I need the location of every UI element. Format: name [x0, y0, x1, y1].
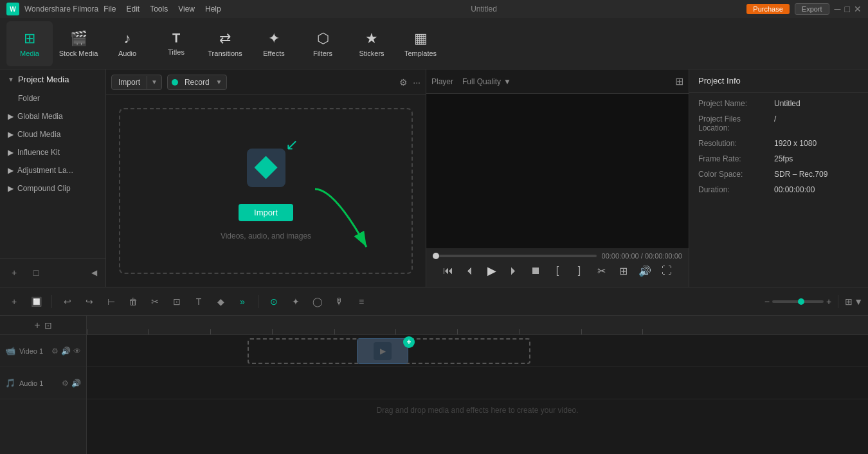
add-track-icon[interactable]: +	[34, 320, 40, 331]
audio-track-mute-icon[interactable]: 🔊	[71, 379, 81, 388]
video-track-settings-icon[interactable]: ⚙	[51, 347, 59, 356]
project-files-label: Project FilesLocation:	[698, 114, 769, 132]
sidebar-item-influence-kit[interactable]: ▶ Influence Kit	[0, 143, 105, 161]
tl-zoom-in-icon[interactable]: +	[826, 296, 831, 307]
menu-edit[interactable]: Edit	[127, 5, 140, 14]
record-dropdown-button[interactable]: ▼	[212, 76, 226, 88]
sidebar-item-cloud-media[interactable]: ▶ Cloud Media	[0, 125, 105, 143]
fit-button[interactable]: ⊡	[44, 320, 52, 331]
toolbar-media[interactable]: ⊞ Media	[6, 21, 53, 66]
timeline-track-labels: + ⊡ 📹 Video 1 ⚙ 🔊 👁 🎵 Audio 1 ⚙ 🔊	[0, 316, 87, 454]
toolbar-effects[interactable]: ✦ Effects	[251, 21, 297, 66]
cloud-media-label: Cloud Media	[17, 130, 60, 139]
import-main-button[interactable]: Import	[239, 204, 293, 221]
toolbar-transitions[interactable]: ⇄ Transitions	[202, 21, 248, 66]
sidebar-item-adjustment-layer[interactable]: ▶ Adjustment La...	[0, 161, 105, 179]
tl-zoom-out-icon[interactable]: −	[764, 296, 770, 307]
tl-crop-button[interactable]: ⊡	[168, 293, 186, 311]
tl-keyframe-button[interactable]: ◆	[212, 293, 230, 311]
delete-item-button[interactable]: □	[27, 264, 45, 282]
purchase-button[interactable]: Purchase	[746, 4, 789, 14]
import-drop-zone[interactable]: ↙ Import Videos, audio, and images	[119, 108, 413, 274]
player-mark-out-button[interactable]: ]	[571, 262, 588, 279]
player-stop-button[interactable]: ⏹	[527, 262, 544, 279]
minimize-button[interactable]: ─	[835, 4, 841, 14]
maximize-button[interactable]: □	[845, 4, 850, 14]
filters-label: Filters	[313, 50, 332, 57]
player-fullscreen-button[interactable]: ⛶	[658, 262, 675, 279]
toolbar-stock-media[interactable]: 🎬 Stock Media	[55, 21, 102, 66]
sidebar-item-folder[interactable]: Folder	[0, 89, 105, 107]
player-fullscreen-icon[interactable]: ⊞	[675, 75, 683, 87]
tl-magnet-button[interactable]: 🔲	[27, 293, 45, 311]
menu-tools[interactable]: Tools	[150, 5, 168, 14]
toolbar-filters[interactable]: ⬡ Filters	[300, 21, 346, 66]
sidebar-item-global-media[interactable]: ▶ Global Media	[0, 107, 105, 125]
tl-motion-button[interactable]: ✦	[287, 293, 305, 311]
video-track-lock-icon[interactable]: 👁	[73, 347, 81, 356]
clip-add-button[interactable]: +	[403, 336, 415, 348]
tl-more-tools-button[interactable]: »	[233, 293, 251, 311]
more-options-icon[interactable]: ···	[413, 77, 420, 87]
tl-ripple-button[interactable]: ⊙	[265, 293, 283, 311]
tl-delete-button[interactable]: 🗑	[124, 293, 142, 311]
filter-icon[interactable]: ⚙	[399, 77, 408, 87]
ruler-mark-9: 00:00:45:00	[642, 329, 643, 334]
toolbar-audio[interactable]: ♪ Audio	[104, 21, 150, 66]
player-voiceover-button[interactable]: ⊞	[615, 262, 631, 279]
media-toolbar-right: ⚙ ···	[399, 77, 420, 87]
tl-add-track-button[interactable]: +	[5, 293, 23, 311]
filmora-logo-inner	[255, 156, 278, 179]
close-button[interactable]: ✕	[854, 4, 862, 14]
sidebar-project-media[interactable]: ▼ Project Media	[0, 69, 105, 89]
audio-track-label: 🎵 Audio 1 ⚙ 🔊	[0, 367, 86, 399]
player-progress-slider[interactable]	[433, 255, 597, 257]
project-duration-label: Duration:	[698, 185, 769, 194]
tl-voice-button[interactable]: 🎙	[330, 293, 348, 311]
project-name-row: Project Name: Untitled	[698, 99, 859, 108]
import-button-group: Import ▼	[111, 75, 162, 90]
tl-cut-button[interactable]: ✂	[146, 293, 164, 311]
tl-layout-icon: ⊞	[845, 296, 853, 307]
player-quality-selector[interactable]: Full Quality ▼	[462, 77, 511, 86]
toolbar-titles[interactable]: T Titles	[153, 21, 199, 66]
audio-track-text: Audio 1	[19, 379, 43, 387]
import-button[interactable]: Import	[112, 75, 147, 89]
tl-text-button[interactable]: T	[190, 293, 208, 311]
player-clip-button[interactable]: ✂	[593, 262, 610, 279]
global-media-chevron: ▶	[8, 112, 14, 121]
tl-audio-track-button[interactable]: ≡	[352, 293, 370, 311]
timeline-clip[interactable]: ▶	[357, 338, 408, 364]
player-frame-back-button[interactable]: ⏴	[462, 262, 478, 279]
video-track-mute-icon[interactable]: 🔊	[61, 347, 71, 356]
menu-file[interactable]: File	[104, 5, 116, 14]
tl-undo-button[interactable]: ↩	[59, 293, 77, 311]
download-arrow-icon: ↙	[285, 136, 298, 154]
player-mark-in-button[interactable]: [	[549, 262, 566, 279]
player-frame-forward-button[interactable]: ⏵	[505, 262, 522, 279]
sidebar-item-compound-clip[interactable]: ▶ Compound Clip	[0, 179, 105, 197]
export-button[interactable]: Export	[795, 3, 829, 15]
tl-split-button[interactable]: ⊢	[102, 293, 120, 311]
tl-layout-button[interactable]: ⊞ ▼	[845, 296, 863, 307]
tl-redo-button[interactable]: ↪	[80, 293, 98, 311]
tl-zoom-slider[interactable]	[772, 300, 824, 303]
menu-view[interactable]: View	[178, 5, 195, 14]
menu-help[interactable]: Help	[205, 5, 221, 14]
player-skip-back-button[interactable]: ⏮	[440, 262, 457, 279]
sidebar-collapse-button[interactable]: ◀	[87, 266, 100, 279]
tl-mask-button[interactable]: ◯	[309, 293, 327, 311]
toolbar-stickers[interactable]: ★ Stickers	[348, 21, 395, 66]
player-volume-button[interactable]: 🔊	[637, 262, 653, 279]
player-tab[interactable]: Player	[431, 77, 453, 86]
titlebar-menus: File Edit Tools View Help	[104, 5, 221, 14]
add-folder-button[interactable]: +	[5, 264, 23, 282]
effects-icon: ✦	[268, 30, 280, 47]
toolbar-templates[interactable]: ▦ Templates	[397, 21, 444, 66]
app-title: Untitled	[471, 5, 497, 14]
import-dropdown-button[interactable]: ▼	[147, 76, 161, 88]
ruler-mark-6: 00:00:30:00	[457, 329, 458, 334]
audio-track-settings-icon[interactable]: ⚙	[62, 379, 69, 388]
player-play-button[interactable]: ▶	[484, 262, 500, 279]
project-files-value: /	[774, 114, 776, 132]
